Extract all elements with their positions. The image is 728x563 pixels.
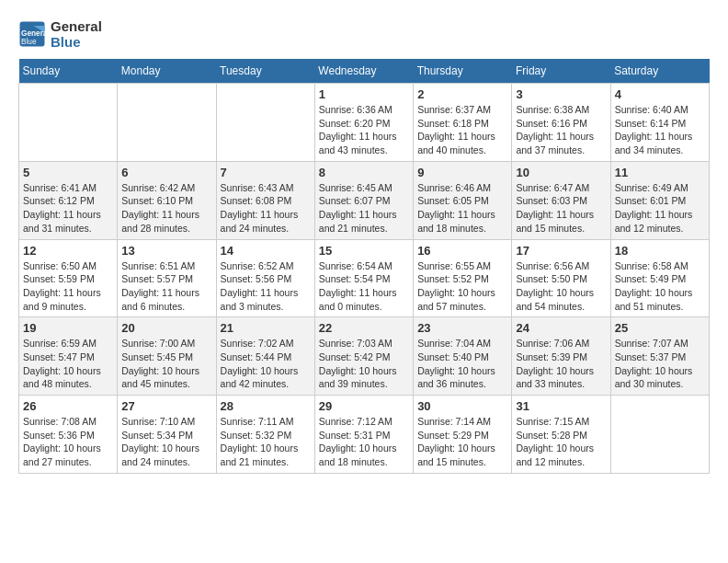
day-info: Sunrise: 6:40 AM Sunset: 6:14 PM Dayligh… <box>615 103 705 157</box>
calendar-cell: 13Sunrise: 6:51 AM Sunset: 5:57 PM Dayli… <box>118 239 216 317</box>
day-number: 26 <box>23 399 113 413</box>
calendar-week-2: 5Sunrise: 6:41 AM Sunset: 6:12 PM Daylig… <box>19 161 710 239</box>
day-info: Sunrise: 6:46 AM Sunset: 6:05 PM Dayligh… <box>417 181 507 236</box>
day-number: 22 <box>319 321 409 335</box>
calendar-week-5: 26Sunrise: 7:08 AM Sunset: 5:36 PM Dayli… <box>19 396 710 474</box>
logo: General Blue General Blue <box>18 18 102 50</box>
day-info: Sunrise: 7:08 AM Sunset: 5:36 PM Dayligh… <box>23 415 113 469</box>
day-header-friday: Friday <box>512 59 610 84</box>
calendar-cell: 31Sunrise: 7:15 AM Sunset: 5:28 PM Dayli… <box>512 396 610 474</box>
day-number: 28 <box>221 399 311 413</box>
calendar-cell: 5Sunrise: 6:41 AM Sunset: 6:12 PM Daylig… <box>19 161 118 239</box>
day-info: Sunrise: 6:45 AM Sunset: 6:07 PM Dayligh… <box>319 181 409 236</box>
calendar-cell: 28Sunrise: 7:11 AM Sunset: 5:32 PM Dayli… <box>216 396 314 474</box>
day-header-sunday: Sunday <box>19 59 118 84</box>
calendar-cell: 8Sunrise: 6:45 AM Sunset: 6:07 PM Daylig… <box>314 161 413 239</box>
day-info: Sunrise: 6:47 AM Sunset: 6:03 PM Dayligh… <box>516 181 606 236</box>
day-info: Sunrise: 6:36 AM Sunset: 6:20 PM Dayligh… <box>319 103 409 157</box>
day-number: 21 <box>221 321 311 335</box>
day-info: Sunrise: 7:10 AM Sunset: 5:34 PM Dayligh… <box>121 415 211 469</box>
day-info: Sunrise: 6:52 AM Sunset: 5:56 PM Dayligh… <box>221 259 311 314</box>
day-info: Sunrise: 6:42 AM Sunset: 6:10 PM Dayligh… <box>121 181 211 236</box>
day-number: 24 <box>516 321 606 335</box>
day-number: 13 <box>121 244 211 258</box>
day-number: 3 <box>516 87 606 101</box>
calendar-cell: 21Sunrise: 7:02 AM Sunset: 5:44 PM Dayli… <box>216 317 314 396</box>
day-info: Sunrise: 6:38 AM Sunset: 6:16 PM Dayligh… <box>516 103 606 157</box>
day-number: 6 <box>121 166 211 179</box>
day-info: Sunrise: 6:49 AM Sunset: 6:01 PM Dayligh… <box>615 181 705 236</box>
calendar-cell: 6Sunrise: 6:42 AM Sunset: 6:10 PM Daylig… <box>118 161 216 239</box>
day-number: 8 <box>319 166 409 179</box>
calendar-cell: 26Sunrise: 7:08 AM Sunset: 5:36 PM Dayli… <box>19 396 118 474</box>
day-number: 10 <box>516 166 606 179</box>
day-number: 5 <box>23 166 113 179</box>
day-info: Sunrise: 6:51 AM Sunset: 5:57 PM Dayligh… <box>121 259 211 314</box>
day-header-saturday: Saturday <box>610 59 709 84</box>
day-info: Sunrise: 7:12 AM Sunset: 5:31 PM Dayligh… <box>319 415 409 469</box>
svg-text:General: General <box>21 29 46 38</box>
svg-text:Blue: Blue <box>21 38 37 46</box>
calendar-cell: 9Sunrise: 6:46 AM Sunset: 6:05 PM Daylig… <box>414 161 512 239</box>
calendar-cell: 1Sunrise: 6:36 AM Sunset: 6:20 PM Daylig… <box>314 84 413 162</box>
calendar-table: SundayMondayTuesdayWednesdayThursdayFrid… <box>18 59 710 474</box>
day-info: Sunrise: 7:04 AM Sunset: 5:40 PM Dayligh… <box>417 337 507 391</box>
calendar-cell: 2Sunrise: 6:37 AM Sunset: 6:18 PM Daylig… <box>414 84 512 162</box>
calendar-week-1: 1Sunrise: 6:36 AM Sunset: 6:20 PM Daylig… <box>19 84 710 162</box>
calendar-cell <box>610 396 709 474</box>
day-header-tuesday: Tuesday <box>216 59 314 84</box>
calendar-cell: 7Sunrise: 6:43 AM Sunset: 6:08 PM Daylig… <box>216 161 314 239</box>
calendar-cell: 19Sunrise: 6:59 AM Sunset: 5:47 PM Dayli… <box>19 317 118 396</box>
calendar-cell: 18Sunrise: 6:58 AM Sunset: 5:49 PM Dayli… <box>610 239 709 317</box>
calendar-cell: 23Sunrise: 7:04 AM Sunset: 5:40 PM Dayli… <box>414 317 512 396</box>
calendar-cell: 4Sunrise: 6:40 AM Sunset: 6:14 PM Daylig… <box>610 84 709 162</box>
calendar-cell: 30Sunrise: 7:14 AM Sunset: 5:29 PM Dayli… <box>414 396 512 474</box>
day-number: 20 <box>121 321 211 335</box>
day-info: Sunrise: 6:41 AM Sunset: 6:12 PM Dayligh… <box>23 181 113 236</box>
day-number: 23 <box>417 321 507 335</box>
calendar-cell: 16Sunrise: 6:55 AM Sunset: 5:52 PM Dayli… <box>414 239 512 317</box>
day-info: Sunrise: 7:00 AM Sunset: 5:45 PM Dayligh… <box>121 337 211 391</box>
calendar-cell: 22Sunrise: 7:03 AM Sunset: 5:42 PM Dayli… <box>314 317 413 396</box>
day-number: 11 <box>615 166 705 179</box>
calendar-cell: 25Sunrise: 7:07 AM Sunset: 5:37 PM Dayli… <box>610 317 709 396</box>
calendar-cell: 14Sunrise: 6:52 AM Sunset: 5:56 PM Dayli… <box>216 239 314 317</box>
day-number: 27 <box>121 399 211 413</box>
day-number: 16 <box>417 244 507 258</box>
calendar-week-4: 19Sunrise: 6:59 AM Sunset: 5:47 PM Dayli… <box>19 317 710 396</box>
day-number: 17 <box>516 244 606 258</box>
day-info: Sunrise: 7:02 AM Sunset: 5:44 PM Dayligh… <box>221 337 311 391</box>
day-number: 30 <box>417 399 507 413</box>
calendar-cell: 3Sunrise: 6:38 AM Sunset: 6:16 PM Daylig… <box>512 84 610 162</box>
day-info: Sunrise: 7:15 AM Sunset: 5:28 PM Dayligh… <box>516 415 606 469</box>
day-info: Sunrise: 6:59 AM Sunset: 5:47 PM Dayligh… <box>23 337 113 391</box>
calendar-cell: 24Sunrise: 7:06 AM Sunset: 5:39 PM Dayli… <box>512 317 610 396</box>
day-number: 18 <box>615 244 705 258</box>
day-number: 4 <box>615 87 705 101</box>
calendar-cell: 27Sunrise: 7:10 AM Sunset: 5:34 PM Dayli… <box>118 396 216 474</box>
day-number: 29 <box>319 399 409 413</box>
calendar-cell <box>216 84 314 162</box>
day-header-thursday: Thursday <box>414 59 512 84</box>
day-info: Sunrise: 6:43 AM Sunset: 6:08 PM Dayligh… <box>221 181 311 236</box>
day-info: Sunrise: 7:11 AM Sunset: 5:32 PM Dayligh… <box>221 415 311 469</box>
day-number: 2 <box>417 87 507 101</box>
day-info: Sunrise: 7:07 AM Sunset: 5:37 PM Dayligh… <box>615 337 705 391</box>
day-number: 31 <box>516 399 606 413</box>
day-number: 9 <box>417 166 507 179</box>
day-number: 25 <box>615 321 705 335</box>
day-header-wednesday: Wednesday <box>314 59 413 84</box>
day-number: 15 <box>319 244 409 258</box>
header-row: SundayMondayTuesdayWednesdayThursdayFrid… <box>19 59 710 84</box>
calendar-cell <box>118 84 216 162</box>
day-info: Sunrise: 7:14 AM Sunset: 5:29 PM Dayligh… <box>417 415 507 469</box>
day-number: 14 <box>221 244 311 258</box>
day-number: 7 <box>221 166 311 179</box>
day-header-monday: Monday <box>118 59 216 84</box>
calendar-cell: 12Sunrise: 6:50 AM Sunset: 5:59 PM Dayli… <box>19 239 118 317</box>
day-info: Sunrise: 6:54 AM Sunset: 5:54 PM Dayligh… <box>319 259 409 314</box>
day-info: Sunrise: 6:50 AM Sunset: 5:59 PM Dayligh… <box>23 259 113 314</box>
calendar-cell: 20Sunrise: 7:00 AM Sunset: 5:45 PM Dayli… <box>118 317 216 396</box>
day-info: Sunrise: 6:58 AM Sunset: 5:49 PM Dayligh… <box>615 259 705 314</box>
calendar-cell <box>19 84 118 162</box>
